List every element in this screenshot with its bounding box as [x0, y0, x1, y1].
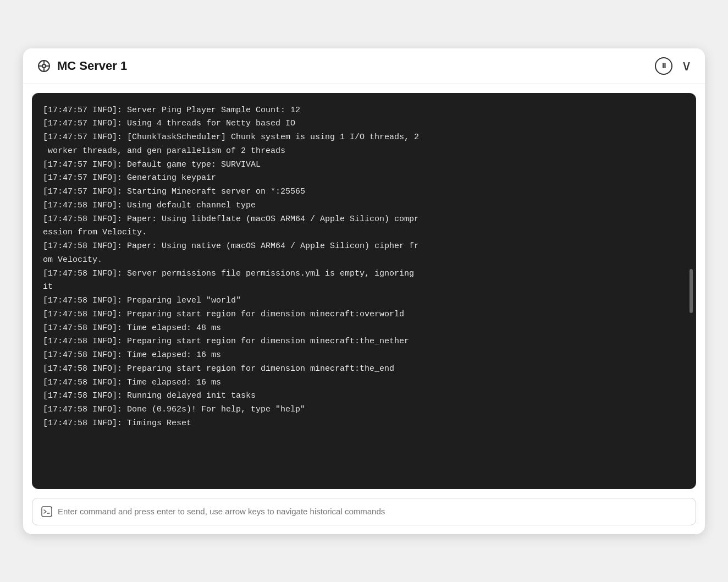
header-right: ⏸ ∨: [655, 57, 692, 75]
chevron-down-icon: ∨: [681, 57, 692, 74]
command-input[interactable]: [58, 507, 687, 516]
pause-button[interactable]: ⏸: [655, 57, 672, 75]
console-container: [17:47:57 INFO]: Server Ping Player Samp…: [32, 93, 696, 489]
scrollbar[interactable]: [690, 269, 693, 313]
header: MC Server 1 ⏸ ∨: [23, 48, 705, 84]
terminal-icon: [41, 506, 52, 517]
header-left: MC Server 1: [36, 58, 127, 74]
pause-icon: ⏸: [660, 62, 667, 70]
page-title: MC Server 1: [57, 59, 127, 73]
svg-point-1: [42, 64, 46, 68]
command-input-container[interactable]: [32, 498, 696, 525]
app-container: MC Server 1 ⏸ ∨ [17:47:57 INFO]: Server …: [23, 48, 705, 534]
svg-rect-6: [42, 507, 52, 517]
server-icon: [36, 58, 52, 74]
collapse-button[interactable]: ∨: [681, 58, 692, 74]
console-output: [17:47:57 INFO]: Server Ping Player Samp…: [43, 104, 685, 431]
